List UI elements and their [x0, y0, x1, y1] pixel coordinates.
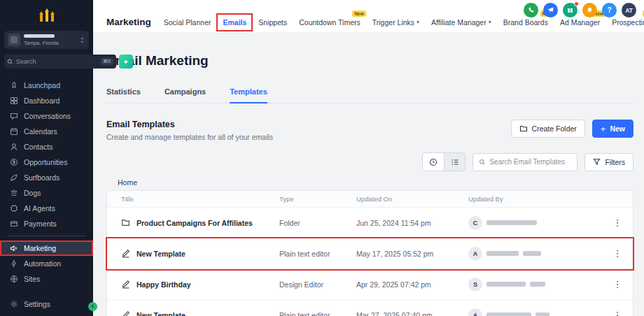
dashboard-icon [10, 96, 18, 105]
table-row[interactable]: Happy Birthday Design Editor Apr 29, 202… [107, 269, 633, 300]
templates-table: Title Type Updated On Updated By Product… [106, 190, 634, 316]
sidebar-item-calendars[interactable]: Calendars [0, 124, 93, 139]
notifications-button[interactable] [582, 3, 597, 17]
pencil-icon [121, 310, 130, 316]
template-search-input[interactable] [489, 158, 571, 166]
sparkle-icon: ✦ [122, 58, 128, 66]
sidebar-collapse-button[interactable]: ‹ [88, 302, 97, 311]
template-search-box[interactable] [472, 153, 578, 171]
sidebar-item-settings[interactable]: Settings [0, 296, 93, 312]
tab-countdown-timers[interactable]: Countdown TimersNew [299, 18, 360, 27]
tab-affiliate-manager[interactable]: Affiliate Manager▾ [431, 18, 491, 27]
table-row[interactable]: New Template Plain text editor Mar 27, 2… [107, 300, 633, 316]
user-initial-avatar: A [468, 247, 482, 261]
clock-icon [429, 158, 438, 166]
new-badge: New [352, 10, 365, 17]
surfboard-icon [10, 173, 18, 182]
sidebar-item-dashboard[interactable]: Dashboard [0, 93, 93, 108]
sidebar-item-label: Opportunities [24, 158, 67, 166]
breadcrumb[interactable]: Home [118, 178, 634, 187]
table-row[interactable]: New Template Plain text editor May 17, 2… [107, 238, 633, 269]
tab-social-planner[interactable]: Social Planner [164, 18, 211, 27]
credit-card-icon [10, 220, 18, 228]
tab-brand-boards[interactable]: Brand BoardsNew [503, 18, 548, 27]
updated-on: Apr 29, 2025 07:42 pm [356, 280, 468, 289]
section-title: Email Templates [106, 120, 273, 129]
search-icon [479, 159, 486, 166]
sidebar-item-launchpad[interactable]: Launchpad [0, 78, 93, 93]
launch-button[interactable] [543, 3, 558, 17]
redacted-user-name [530, 282, 545, 287]
user-initial-avatar: A [468, 308, 482, 316]
tab-trigger-links[interactable]: Trigger Links▾ [372, 18, 419, 27]
template-title: New Template [136, 250, 186, 258]
folder-icon [121, 218, 130, 227]
sidebar-nav: Launchpad Dashboard Conversations Calend… [0, 78, 93, 312]
tab-prospecting[interactable]: ProspectingNew [612, 18, 644, 27]
chat-bubble-icon [10, 112, 18, 120]
sidebar-item-label: Marketing [24, 244, 56, 252]
updated-on: Mar 27, 2025 07:40 pm [356, 311, 468, 316]
chevron-down-icon: ▾ [489, 19, 491, 25]
recent-view-button[interactable] [423, 153, 444, 171]
updated-on: May 17, 2025 05:52 pm [356, 250, 468, 258]
phone-button[interactable] [524, 3, 538, 17]
sidebar-item-ai-agents[interactable]: AI Agents [0, 201, 93, 216]
bell-icon [586, 6, 594, 14]
sidebar-search-input[interactable] [16, 58, 98, 65]
chip-icon [10, 204, 18, 213]
sidebar-item-label: Sites [24, 275, 40, 283]
templates-section-text: Email Templates Create and manage templa… [106, 120, 273, 141]
sidebar-item-sites[interactable]: Sites [0, 271, 93, 287]
gear-icon [10, 300, 18, 308]
list-view-button[interactable] [444, 153, 465, 171]
sidebar-item-label: Payments [24, 220, 57, 228]
column-header-title: Title [121, 195, 279, 203]
ai-assistant-button[interactable]: ✦ [119, 55, 133, 69]
user-avatar[interactable]: AT [622, 3, 636, 17]
sidebar-item-opportunities[interactable]: Opportunities [0, 155, 93, 170]
create-folder-button[interactable]: Create Folder [511, 120, 585, 138]
template-type: Folder [279, 219, 356, 227]
tab-emails[interactable]: Emails [218, 15, 251, 30]
location-switcher[interactable]: Tampa, Florida [4, 31, 89, 49]
tab-campaigns[interactable]: Campaigns [164, 87, 206, 103]
tab-statistics[interactable]: Statistics [106, 87, 141, 103]
content-area: Email Marketing Statistics Campaigns Tem… [93, 32, 644, 316]
row-menu-button[interactable]: ⋮ [609, 279, 626, 289]
sidebar-item-payments[interactable]: Payments [0, 216, 93, 231]
table-row[interactable]: Product Campaigns For Affiliates Folder … [107, 208, 633, 238]
row-menu-button[interactable]: ⋮ [609, 310, 626, 316]
launchpad-icon [10, 81, 18, 89]
row-menu-button[interactable]: ⋮ [609, 217, 626, 228]
filter-icon [593, 158, 601, 166]
location-city: Tampa, Florida [24, 40, 76, 46]
tab-snippets[interactable]: Snippets [258, 18, 287, 27]
filters-button[interactable]: Filters [584, 153, 634, 171]
topbar-nav-row: Marketing Social Planner Emails Snippets… [106, 17, 644, 27]
tab-templates[interactable]: Templates [230, 87, 267, 103]
sidebar-item-marketing[interactable]: Marketing [0, 240, 93, 256]
paw-icon [10, 189, 18, 197]
sidebar-item-automation[interactable]: Automation [0, 256, 93, 271]
rewards-button[interactable] [563, 3, 578, 17]
list-icon [451, 158, 459, 166]
sidebar-item-dogs[interactable]: Dogs [0, 185, 93, 201]
help-button[interactable]: ? [602, 3, 617, 17]
sidebar-item-surfboards[interactable]: Surfboards [0, 170, 93, 185]
pencil-icon [121, 249, 130, 258]
user-initial-avatar: C [468, 216, 482, 230]
notification-dot [574, 1, 579, 6]
redacted-user-name [486, 282, 526, 287]
new-button[interactable]: + New [592, 120, 634, 138]
tab-ad-manager[interactable]: Ad ManagerNew [560, 18, 600, 27]
row-menu-button[interactable]: ⋮ [609, 248, 626, 259]
chevron-down-icon: ▾ [416, 19, 419, 25]
redacted-location-name [24, 34, 55, 38]
sidebar-search-box[interactable]: ⌘K [4, 55, 116, 69]
sidebar-item-contacts[interactable]: Contacts [0, 139, 93, 155]
sidebar-item-conversations[interactable]: Conversations [0, 108, 93, 124]
sidebar-search-row: ⌘K ✦ [4, 55, 89, 69]
calendar-icon [10, 127, 18, 136]
sidebar-item-label: Surfboards [24, 173, 59, 182]
